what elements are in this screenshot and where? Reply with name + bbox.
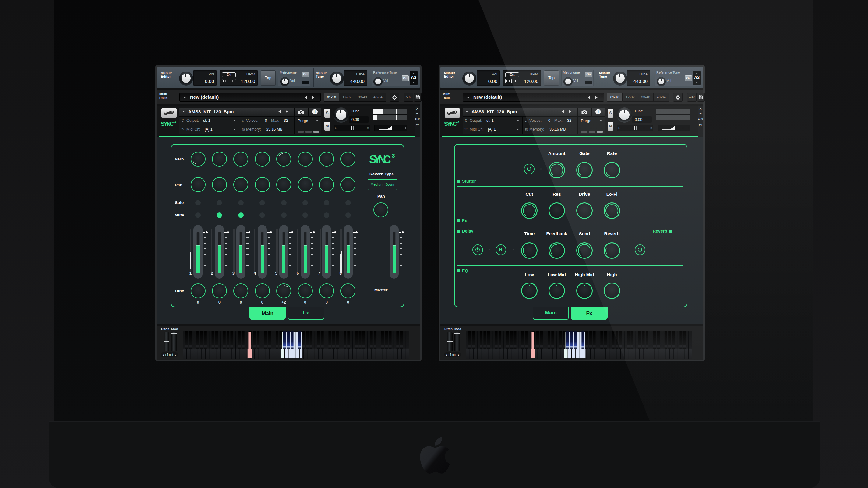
svg-text:SYNC: SYNC bbox=[161, 121, 174, 127]
svg-text:SYNC: SYNC bbox=[369, 153, 391, 166]
svg-text:3: 3 bbox=[458, 120, 459, 124]
svg-text:3: 3 bbox=[392, 153, 395, 159]
svg-text:3: 3 bbox=[174, 120, 176, 124]
svg-text:SYNC: SYNC bbox=[444, 121, 457, 127]
